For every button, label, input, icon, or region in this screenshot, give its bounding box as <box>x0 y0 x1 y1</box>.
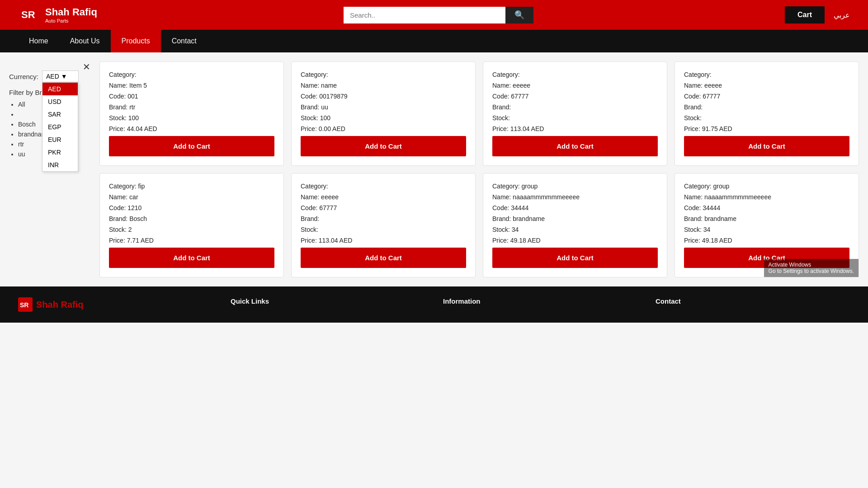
product-card-3: Category: Name: eeeee Code: 67777 Brand:… <box>675 61 859 166</box>
product-0-name: Name: Item 5 <box>109 82 274 89</box>
currency-option-aed[interactable]: AED <box>42 83 78 95</box>
header-right: Cart عربي <box>760 6 850 23</box>
search-button[interactable]: 🔍 <box>505 7 533 23</box>
product-card-6: Category: group Name: naaaammmmmmeeeee C… <box>483 173 667 277</box>
product-6-code: Code: 34444 <box>492 204 658 211</box>
product-1-stock: Stock: 100 <box>301 114 466 122</box>
product-1-brand: Brand: uu <box>301 103 466 111</box>
add-to-cart-button-1[interactable]: Add to Cart <box>301 136 466 156</box>
product-4-code: Code: 1210 <box>109 204 274 211</box>
footer-logo: SR Shah Rafiq <box>18 297 212 312</box>
chevron-down-icon: ▼ <box>61 73 67 80</box>
currency-option-egp[interactable]: EGP <box>42 121 78 133</box>
currency-option-sar[interactable]: SAR <box>42 108 78 121</box>
add-to-cart-button-0[interactable]: Add to Cart <box>109 136 274 156</box>
add-to-cart-button-2[interactable]: Add to Cart <box>492 136 658 156</box>
product-2-category: Category: <box>492 71 658 78</box>
product-3-code: Code: 67777 <box>684 93 849 100</box>
product-5-price: Price: 113.04 AED <box>301 237 466 244</box>
product-1-code: Code: 00179879 <box>301 93 466 100</box>
svg-text:SR: SR <box>20 301 28 309</box>
products-grid: Category: Name: Item 5 Code: 001 Brand: … <box>99 61 859 277</box>
product-1-price: Price: 0.00 AED <box>301 125 466 132</box>
product-7-brand: Brand: brandname <box>684 215 849 222</box>
product-2-code: Code: 67777 <box>492 93 658 100</box>
product-7-category: Category: group <box>684 183 849 190</box>
product-5-name: Name: eeeee <box>301 193 466 201</box>
currency-selected: AED <box>46 73 59 80</box>
nav-contact[interactable]: Contact <box>161 30 208 52</box>
currency-option-usd[interactable]: USD <box>42 95 78 108</box>
product-card-2: Category: Name: eeeee Code: 67777 Brand:… <box>483 61 667 166</box>
product-6-category: Category: group <box>492 183 658 190</box>
currency-dropdown: AED USD SAR EGP EUR PKR INR <box>42 82 78 172</box>
product-0-code: Code: 001 <box>109 93 274 100</box>
product-3-stock: Stock: <box>684 114 849 122</box>
add-to-cart-button-6[interactable]: Add to Cart <box>492 248 658 268</box>
product-7-price: Price: 49.18 AED <box>684 237 849 244</box>
product-1-category: Category: <box>301 71 466 78</box>
add-to-cart-button-5[interactable]: Add to Cart <box>301 248 466 268</box>
nav-about[interactable]: About Us <box>59 30 111 52</box>
brand-sub: Auto Parts <box>45 18 97 23</box>
add-to-cart-button-3[interactable]: Add to Cart <box>684 136 849 156</box>
product-3-name: Name: eeeee <box>684 82 849 89</box>
product-0-price: Price: 44.04 AED <box>109 125 274 132</box>
svg-text:SR: SR <box>21 9 35 20</box>
search-input[interactable] <box>344 7 505 23</box>
sidebar: ✕ Currency: AED ▼ AED USD SAR EGP EUR PK… <box>9 61 90 277</box>
add-to-cart-button-7[interactable]: Add to Cart <box>684 248 849 268</box>
nav-products[interactable]: Products <box>111 30 161 52</box>
product-6-name: Name: naaaammmmmmeeeee <box>492 193 658 201</box>
main-content: ✕ Currency: AED ▼ AED USD SAR EGP EUR PK… <box>0 52 868 286</box>
navigation: Home About Us Products Contact <box>0 30 868 52</box>
product-5-brand: Brand: <box>301 215 466 222</box>
product-card-4: Category: fip Name: car Code: 1210 Brand… <box>99 173 284 277</box>
product-3-brand: Brand: <box>684 103 849 111</box>
currency-option-pkr[interactable]: PKR <box>42 146 78 159</box>
product-2-price: Price: 113.04 AED <box>492 125 658 132</box>
currency-dropdown-trigger[interactable]: AED ▼ <box>42 70 79 82</box>
product-card-5: Category: Name: eeeee Code: 67777 Brand:… <box>291 173 476 277</box>
nav-home[interactable]: Home <box>18 30 59 52</box>
product-4-brand: Brand: Bosch <box>109 215 274 222</box>
brand-name: Shah Rafiq <box>45 6 97 18</box>
search-box: 🔍 <box>344 7 533 23</box>
product-5-stock: Stock: <box>301 226 466 233</box>
add-to-cart-button-4[interactable]: Add to Cart <box>109 248 274 268</box>
product-6-stock: Stock: 34 <box>492 226 658 233</box>
footer-brand-col: SR Shah Rafiq <box>18 297 212 312</box>
header: SR Shah Rafiq Auto Parts 🔍 Cart عربي <box>0 0 868 30</box>
footer-logo-icon: SR <box>18 297 33 312</box>
product-0-category: Category: <box>109 71 274 78</box>
product-0-stock: Stock: 100 <box>109 114 274 122</box>
logo: SR Shah Rafiq Auto Parts <box>18 4 118 26</box>
product-7-stock: Stock: 34 <box>684 226 849 233</box>
product-2-stock: Stock: <box>492 114 658 122</box>
footer-information: Information <box>443 297 637 312</box>
sidebar-close-button[interactable]: ✕ <box>83 61 90 72</box>
footer-information-title: Information <box>443 297 637 305</box>
product-3-price: Price: 91.75 AED <box>684 125 849 132</box>
cart-button[interactable]: Cart <box>785 6 825 23</box>
logo-icon: SR <box>18 4 41 26</box>
product-4-name: Name: car <box>109 193 274 201</box>
product-5-category: Category: <box>301 183 466 190</box>
currency-row: Currency: AED ▼ AED USD SAR EGP EUR PKR … <box>9 70 90 82</box>
product-card-1: Category: Name: name Code: 00179879 Bran… <box>291 61 476 166</box>
product-3-category: Category: <box>684 71 849 78</box>
activate-line2: Go to Settings to activate Windows. <box>769 268 854 274</box>
product-2-name: Name: eeeee <box>492 82 658 89</box>
footer-quick-links: Quick Links <box>231 297 425 312</box>
product-6-brand: Brand: brandname <box>492 215 658 222</box>
product-0-brand: Brand: rtr <box>109 103 274 111</box>
currency-label: Currency: <box>9 73 38 80</box>
product-5-code: Code: 67777 <box>301 204 466 211</box>
currency-option-inr[interactable]: INR <box>42 159 78 171</box>
footer-contact: Contact <box>656 297 850 312</box>
currency-select-wrapper: AED ▼ AED USD SAR EGP EUR PKR INR <box>42 70 79 82</box>
currency-option-eur[interactable]: EUR <box>42 133 78 146</box>
language-toggle[interactable]: عربي <box>834 11 850 19</box>
product-2-brand: Brand: <box>492 103 658 111</box>
product-7-code: Code: 34444 <box>684 204 849 211</box>
